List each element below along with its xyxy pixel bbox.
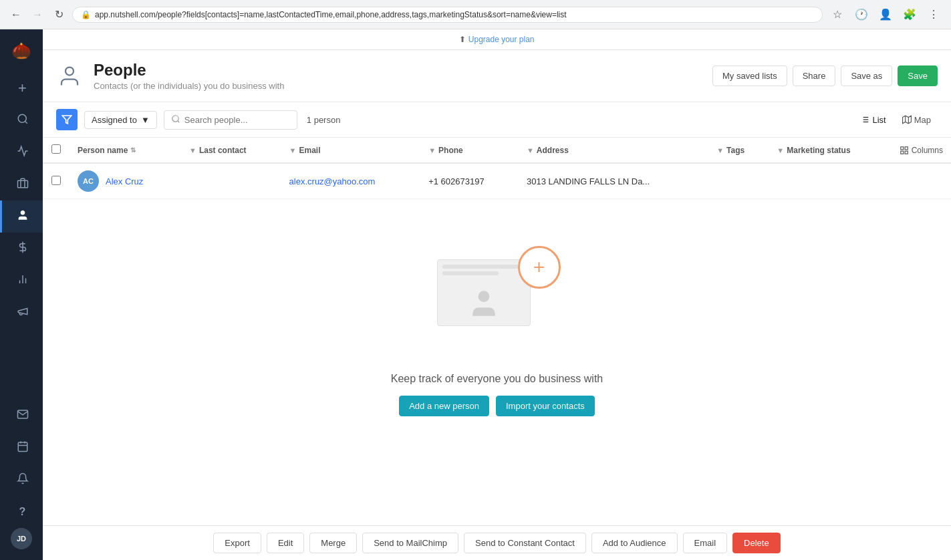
list-view-label: List	[872, 115, 886, 125]
actions-cell	[892, 163, 951, 199]
empty-state-text: Keep track of everyone you do business w…	[391, 373, 603, 385]
main-content: ⬆ Upgrade your plan People Contacts (or …	[43, 29, 951, 560]
search-container	[164, 110, 297, 130]
sidebar-item-help[interactable]: ?	[0, 496, 43, 528]
marketing-status-header: Marketing status	[787, 146, 850, 155]
filter-button[interactable]	[56, 109, 78, 130]
sidebar-item-people[interactable]	[0, 200, 43, 233]
back-button[interactable]: ←	[8, 7, 24, 23]
person-name-header: Person name	[78, 146, 128, 155]
svg-rect-27	[905, 151, 908, 154]
empty-state-actions: Add a new person Import your contacts	[399, 396, 595, 416]
last-contact-column[interactable]: ▼ Last contact	[181, 138, 281, 163]
lock-icon: 🔒	[81, 10, 91, 19]
empty-state: + Keep track of everyone you do business…	[43, 199, 951, 456]
sidebar-item-scheduler[interactable]	[0, 432, 43, 464]
people-table: Person name ⇅ ▼ Last contact	[43, 138, 951, 199]
sidebar-item-companies[interactable]	[0, 168, 43, 200]
send-to-mailchimp-button[interactable]: Send to MailChimp	[362, 533, 458, 553]
filter-icon: ▼	[189, 146, 196, 154]
list-view-button[interactable]: List	[853, 112, 892, 128]
tags-column[interactable]: ▼ Tags	[708, 138, 769, 163]
search-icon	[17, 113, 29, 128]
sidebar-item-reports[interactable]	[0, 265, 43, 297]
share-button[interactable]: Share	[793, 65, 836, 86]
sidebar-item-add[interactable]: +	[0, 72, 43, 104]
page-subtitle: Contacts (or the individuals) you do bus…	[94, 81, 702, 91]
sidebar-item-activity[interactable]	[0, 136, 43, 168]
search-icon	[171, 114, 180, 126]
upgrade-link[interactable]: Upgrade your plan	[468, 35, 535, 44]
megaphone-icon	[17, 305, 29, 321]
sidebar-logo[interactable]: 🌰	[0, 29, 43, 72]
email-cell: alex.cruz@yahoo.com	[281, 163, 421, 199]
row-checkbox[interactable]	[51, 176, 61, 185]
sidebar-item-deals[interactable]	[0, 233, 43, 265]
svg-marker-22	[902, 116, 911, 124]
phone-header: Phone	[438, 146, 463, 155]
sidebar-item-search[interactable]	[0, 104, 43, 136]
email-column[interactable]: ▼ Email	[281, 138, 421, 163]
send-to-constant-contact-button[interactable]: Send to Constant Contact	[464, 533, 586, 553]
profile-button[interactable]: 👤	[876, 5, 895, 24]
history-button[interactable]: 🕐	[852, 5, 871, 24]
assigned-to-dropdown[interactable]: Assigned to ▼	[84, 111, 157, 129]
my-saved-lists-button[interactable]: My saved lists	[712, 65, 787, 86]
map-view-button[interactable]: Map	[896, 112, 938, 128]
browser-chrome: ← → ↻ 🔒 app.nutshell.com/people?fields[c…	[0, 0, 951, 29]
calendar-icon	[17, 440, 29, 456]
sidebar-item-marketing[interactable]	[0, 297, 43, 329]
select-all-checkbox[interactable]	[51, 144, 61, 154]
email-link[interactable]: alex.cruz@yahoo.com	[289, 176, 376, 186]
person-name-column[interactable]: Person name ⇅	[70, 138, 181, 163]
columns-column[interactable]: Columns	[892, 138, 951, 163]
activity-icon	[17, 145, 29, 160]
email-button[interactable]: Email	[683, 533, 728, 553]
add-new-person-button[interactable]: Add a new person	[399, 396, 489, 416]
refresh-button[interactable]: ↻	[51, 7, 67, 23]
map-view-label: Map	[914, 115, 931, 125]
header-actions: My saved lists Share Save as Save	[712, 65, 938, 86]
svg-rect-2	[17, 180, 27, 188]
bottom-action-bar: Export Edit Merge Send to MailChimp Send…	[43, 525, 951, 560]
merge-button[interactable]: Merge	[309, 533, 357, 553]
view-toggle: List Map	[853, 112, 938, 128]
delete-button[interactable]: Delete	[732, 533, 781, 553]
filter-icon: ▼	[777, 146, 784, 154]
app-layout: 🌰 +	[0, 29, 951, 560]
extensions-button[interactable]: 🧩	[900, 5, 919, 24]
user-avatar[interactable]: JD	[11, 528, 32, 549]
assigned-to-label: Assigned to	[92, 115, 137, 125]
svg-rect-26	[905, 146, 908, 149]
save-as-button[interactable]: Save as	[841, 65, 892, 86]
marketing-status-cell	[769, 163, 891, 199]
search-input[interactable]	[184, 115, 290, 125]
sidebar-item-notifications[interactable]	[0, 464, 43, 496]
columns-label: Columns	[912, 146, 943, 155]
building-icon	[17, 177, 29, 192]
edit-button[interactable]: Edit	[267, 533, 304, 553]
url-text: app.nutshell.com/people?fields[contacts]…	[95, 10, 567, 19]
person-avatar: AC	[78, 170, 99, 192]
import-contacts-button[interactable]: Import your contacts	[496, 396, 595, 416]
export-button[interactable]: Export	[213, 533, 261, 553]
person-name-cell: AC Alex Cruz	[70, 163, 181, 199]
address-bar[interactable]: 🔒 app.nutshell.com/people?fields[contact…	[72, 7, 823, 23]
sidebar-item-email[interactable]	[0, 400, 43, 432]
columns-button[interactable]: Columns	[900, 146, 943, 155]
filter-icon: ▼	[716, 146, 724, 154]
save-button[interactable]: Save	[898, 65, 938, 86]
phone-column[interactable]: ▼ Phone	[420, 138, 519, 163]
page-title-group: People Contacts (or the individuals) you…	[94, 61, 702, 91]
bookmark-button[interactable]: ☆	[828, 5, 847, 24]
person-link[interactable]: Alex Cruz	[106, 176, 143, 186]
menu-button[interactable]: ⋮	[924, 5, 943, 24]
marketing-status-column[interactable]: ▼ Marketing status	[769, 138, 891, 163]
browser-toolbar: ☆ 🕐 👤 🧩 ⋮	[828, 5, 943, 24]
user-initials: JD	[17, 535, 26, 543]
svg-rect-28	[900, 151, 903, 154]
forward-button[interactable]: →	[29, 7, 45, 23]
add-to-audience-button[interactable]: Add to Audience	[591, 533, 678, 553]
toolbar: Assigned to ▼ 1 person List Map	[43, 102, 951, 138]
address-column[interactable]: ▼ Address	[519, 138, 708, 163]
